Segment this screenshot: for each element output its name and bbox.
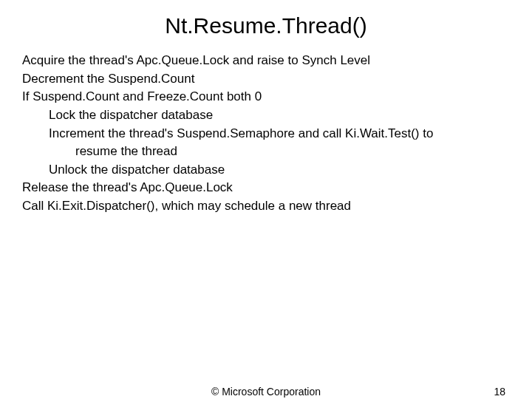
body-line: Release the thread's Apc.Queue.Lock <box>22 179 510 197</box>
body-line: Unlock the dispatcher database <box>49 161 510 180</box>
body-line: Call Ki.Exit.Dispatcher(), which may sch… <box>22 197 510 216</box>
body-line: Lock the dispatcher database <box>49 106 510 125</box>
copyright-text: © Microsoft Corporation <box>0 386 532 398</box>
slide: Nt.Resume.Thread() Acquire the thread's … <box>0 0 532 399</box>
page-number: 18 <box>494 386 505 398</box>
body-line: Acquire the thread's Apc.Queue.Lock and … <box>22 52 510 70</box>
body-line: If Suspend.Count and Freeze.Count both 0 <box>22 88 510 106</box>
slide-body: Acquire the thread's Apc.Queue.Lock and … <box>0 52 532 216</box>
body-line: resume the thread <box>75 143 510 161</box>
body-line: Increment the thread's Suspend.Semaphore… <box>49 125 510 143</box>
body-line: Decrement the Suspend.Count <box>22 70 510 89</box>
slide-title: Nt.Resume.Thread() <box>0 0 532 52</box>
